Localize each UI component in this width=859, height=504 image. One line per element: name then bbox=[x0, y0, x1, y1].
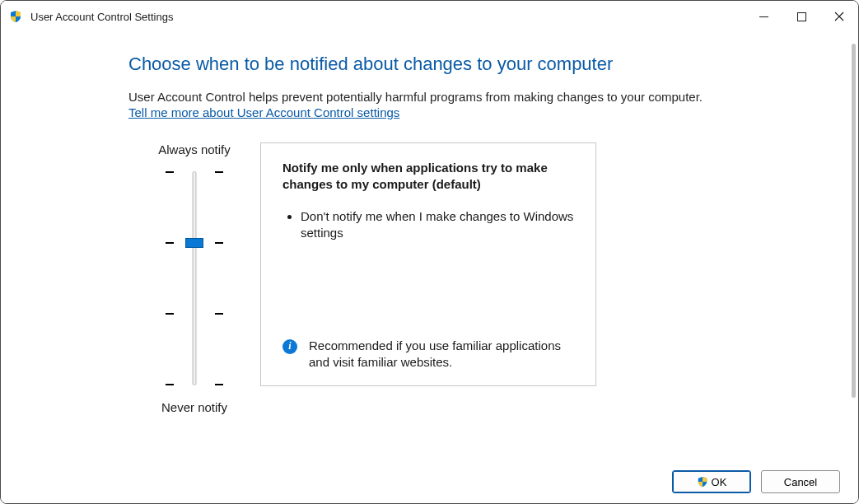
cancel-button[interactable]: Cancel bbox=[761, 470, 840, 493]
client-area: Choose when to be notified about changes… bbox=[1, 32, 849, 460]
close-button[interactable] bbox=[820, 1, 858, 32]
svg-rect-1 bbox=[797, 12, 805, 21]
notification-info-panel: Notify me only when applications try to … bbox=[260, 142, 596, 386]
page-description: User Account Control helps prevent poten… bbox=[128, 90, 742, 104]
page-heading: Choose when to be notified about changes… bbox=[128, 54, 742, 75]
slider-track[interactable] bbox=[166, 171, 223, 385]
info-title: Notify me only when applications try to … bbox=[282, 160, 574, 194]
info-icon: i bbox=[282, 339, 297, 354]
slider-thumb[interactable] bbox=[185, 238, 203, 248]
help-link[interactable]: Tell me more about User Account Control … bbox=[128, 105, 399, 119]
shield-icon bbox=[9, 10, 22, 23]
ok-button-label: OK bbox=[712, 476, 727, 488]
info-recommendation: i Recommended if you use familiar applic… bbox=[282, 338, 574, 371]
minimize-button[interactable] bbox=[745, 1, 782, 32]
shield-icon bbox=[697, 476, 708, 488]
dialog-footer: OK Cancel bbox=[1, 460, 858, 503]
notification-slider: Always notify Never notify bbox=[128, 142, 260, 414]
ok-button[interactable]: OK bbox=[672, 470, 751, 493]
cancel-button-label: Cancel bbox=[784, 476, 817, 488]
slider-top-label: Always notify bbox=[158, 142, 231, 156]
window-controls bbox=[745, 1, 858, 32]
window-title: User Account Control Settings bbox=[30, 11, 173, 23]
info-bullet: Don't notify me when I make changes to W… bbox=[301, 208, 574, 242]
titlebar: User Account Control Settings bbox=[1, 1, 858, 32]
info-recommendation-text: Recommended if you use familiar applicat… bbox=[309, 338, 574, 371]
scrollbar[interactable] bbox=[852, 44, 856, 398]
maximize-button[interactable] bbox=[782, 1, 820, 32]
slider-bottom-label: Never notify bbox=[161, 400, 227, 414]
